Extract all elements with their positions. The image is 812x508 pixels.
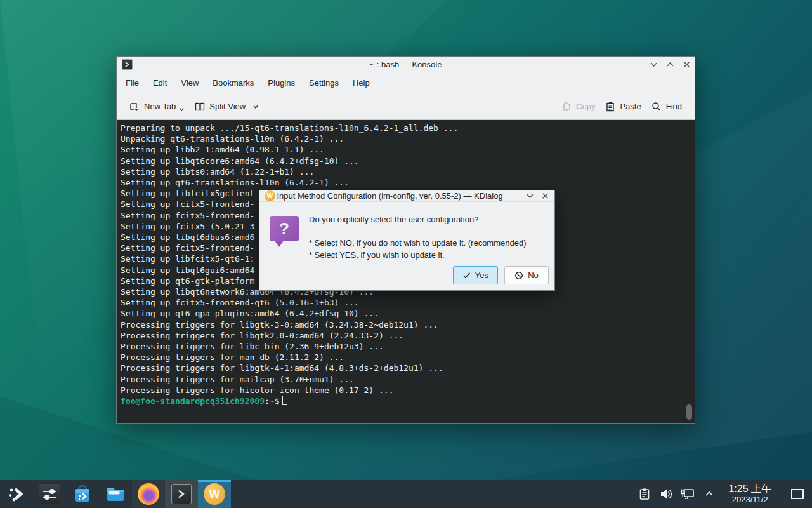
kdialog-titlebar[interactable]: W Input Method Configuration (im-config,… xyxy=(259,190,554,202)
maximize-icon[interactable] xyxy=(665,60,674,69)
menu-edit[interactable]: Edit xyxy=(146,74,174,91)
app-launcher-icon xyxy=(7,485,26,504)
kdialog-more-icon[interactable] xyxy=(525,192,534,201)
volume-icon xyxy=(659,487,673,501)
new-tab-icon xyxy=(129,102,140,112)
menu-bookmarks[interactable]: Bookmarks xyxy=(206,74,261,91)
deny-icon xyxy=(514,271,523,280)
split-view-icon xyxy=(195,102,205,112)
taskbar-task-firefox[interactable] xyxy=(132,480,165,508)
find-label: Find xyxy=(666,102,682,111)
show-desktop-icon xyxy=(790,488,805,500)
paste-label: Paste xyxy=(620,102,641,111)
dialog-note-no: * Select NO, if you do not wish to updat… xyxy=(309,238,547,248)
menu-view[interactable]: View xyxy=(174,74,206,91)
copy-icon xyxy=(561,102,572,112)
kdialog-window: W Input Method Configuration (im-config,… xyxy=(259,190,555,291)
menu-file[interactable]: File xyxy=(119,74,146,91)
kdialog-close-icon[interactable] xyxy=(540,192,549,201)
new-tab-dropdown-icon xyxy=(179,107,185,112)
system-settings-launcher[interactable] xyxy=(33,480,66,508)
network-icon xyxy=(680,486,695,502)
clipboard-tray-button[interactable] xyxy=(636,480,653,508)
prompt-separator: : xyxy=(265,396,270,406)
terminal-line: Processing triggers for libgtk2.0-0:amd6… xyxy=(121,330,691,341)
network-tray-button[interactable] xyxy=(679,480,697,508)
discover-launcher[interactable] xyxy=(66,480,99,508)
terminal-line: Processing triggers for libc-bin (2.36-9… xyxy=(121,341,691,352)
firefox-icon xyxy=(138,483,159,505)
window-title: ~ : bash — Konsole xyxy=(117,60,695,69)
show-desktop-button[interactable] xyxy=(787,488,808,500)
prompt-path: ~ xyxy=(270,396,275,406)
terminal-line: Setting up qt6-qpa-plugins:amd64 (6.4.2+… xyxy=(121,308,691,319)
paste-icon xyxy=(605,102,615,112)
terminal-line: Setting up libts0:amd64 (1.22-1+b1) ... xyxy=(121,166,691,177)
copy-button[interactable]: Copy xyxy=(556,98,600,116)
prompt-symbol: $ xyxy=(275,396,280,406)
digital-clock[interactable]: 1:25 上午 2023/11/2 xyxy=(722,483,778,504)
menu-plugins[interactable]: Plugins xyxy=(261,74,302,91)
split-view-button[interactable]: Split View xyxy=(190,98,264,116)
question-icon: ? xyxy=(270,216,299,241)
taskbar-task-konsole[interactable] xyxy=(165,480,198,508)
app-launcher-button[interactable] xyxy=(0,480,33,508)
dialog-question: Do you explicitly select the user config… xyxy=(309,215,547,224)
yes-button-label: Yes xyxy=(475,271,488,280)
find-icon xyxy=(652,102,662,112)
terminal-line: Processing triggers for libgtk-4-1:amd64… xyxy=(121,363,691,373)
clock-time: 1:25 上午 xyxy=(728,483,771,495)
no-button-label: No xyxy=(528,271,539,280)
terminal-line: Processing triggers for mailcap (3.70+nm… xyxy=(121,374,691,385)
minimize-icon[interactable] xyxy=(649,60,658,69)
close-icon[interactable] xyxy=(682,60,691,69)
paste-button[interactable]: Paste xyxy=(600,98,646,116)
terminal-line: Processing triggers for libgtk-3-0:amd64… xyxy=(121,319,691,330)
file-manager-launcher[interactable] xyxy=(99,480,132,508)
terminal-line: Unpacking qt6-translations-l10n (6.4.2-1… xyxy=(121,133,691,144)
expand-tray-button[interactable] xyxy=(700,480,718,508)
konsole-titlebar[interactable]: ~ : bash — Konsole xyxy=(117,57,695,72)
kdialog-icon: W xyxy=(204,483,225,505)
terminal-cursor xyxy=(282,396,287,405)
konsole-icon xyxy=(171,484,192,504)
split-view-label: Split View xyxy=(209,102,246,111)
discover-icon xyxy=(72,483,93,505)
copy-label: Copy xyxy=(576,102,595,111)
new-tab-label: New Tab xyxy=(144,102,176,111)
find-button[interactable]: Find xyxy=(646,98,687,116)
clipboard-icon xyxy=(638,488,651,500)
terminal-line: Processing triggers for hicolor-icon-the… xyxy=(121,385,691,396)
dialog-note-yes: * Select YES, if you wish to update it. xyxy=(309,250,547,260)
terminal-line: Processing triggers for man-db (2.11.2-2… xyxy=(121,352,691,363)
terminal-line: Setting up qt6-translations-l10n (6.4.2-… xyxy=(121,177,691,188)
volume-tray-button[interactable] xyxy=(657,480,675,508)
konsole-window-icon xyxy=(122,59,133,70)
expand-tray-icon xyxy=(704,489,714,499)
system-settings-icon xyxy=(39,484,60,504)
menu-help[interactable]: Help xyxy=(346,74,377,91)
check-icon xyxy=(462,271,471,279)
split-view-dropdown-icon xyxy=(252,104,259,110)
terminal-scrollbar[interactable] xyxy=(686,404,692,420)
no-button[interactable]: No xyxy=(504,266,549,284)
prompt-user-host: foo@foo-standardpcq35ich92009 xyxy=(121,396,265,406)
taskbar: W 1:25 上午 2023/11/2 xyxy=(0,480,812,508)
toolbar: New Tab Split View Copy Paste Find xyxy=(117,93,695,120)
terminal-line: Setting up libb2-1:amd64 (0.98.1-1.1) ..… xyxy=(121,144,691,155)
menu-settings[interactable]: Settings xyxy=(302,74,346,91)
terminal-line: Setting up fcitx5-frontend-qt6 (5.0.16-1… xyxy=(121,297,691,308)
clock-date: 2023/11/2 xyxy=(728,495,771,505)
kdialog-title: Input Method Configuration (im-config, v… xyxy=(259,191,520,201)
yes-button[interactable]: Yes xyxy=(453,266,498,284)
shell-prompt: foo@foo-standardpcq35ich92009:~$ xyxy=(121,396,691,406)
taskbar-task-kdialog[interactable]: W xyxy=(198,480,231,508)
menubar: File Edit View Bookmarks Plugins Setting… xyxy=(117,72,695,93)
dolphin-icon xyxy=(105,483,126,505)
terminal-line: Preparing to unpack .../15-qt6-translati… xyxy=(121,123,691,133)
new-tab-button[interactable]: New Tab xyxy=(124,97,190,116)
terminal-line: Setting up libqt6core6:amd64 (6.4.2+dfsg… xyxy=(121,156,691,166)
